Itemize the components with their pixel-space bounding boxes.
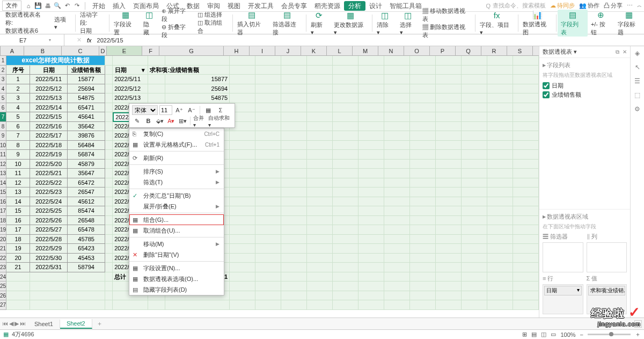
cell-I27[interactable] <box>255 300 281 310</box>
cell-H1[interactable] <box>230 56 255 66</box>
ctx-del[interactable]: ✕删除"日期"(V) <box>129 249 224 260</box>
formula-input[interactable]: 2022/5/15 <box>94 37 644 44</box>
cell-L17[interactable] <box>333 206 358 216</box>
cell-L19[interactable] <box>333 225 358 235</box>
cell-B11[interactable]: 2022/5/19 <box>30 150 68 160</box>
cell-I23[interactable] <box>255 263 281 272</box>
ctx-expand[interactable]: 展开/折叠(E)▶ <box>129 201 224 212</box>
cell-R14[interactable] <box>487 178 513 188</box>
cell-C14[interactable]: 65472 <box>68 178 105 188</box>
cell-I2[interactable] <box>255 66 281 75</box>
cell-L6[interactable] <box>333 103 358 113</box>
cell-C19[interactable]: 65478 <box>68 225 105 235</box>
cell-S27[interactable] <box>513 300 539 310</box>
cell-Q2[interactable] <box>462 66 487 75</box>
cell-I3[interactable] <box>255 75 281 84</box>
cell-H9[interactable] <box>230 131 255 141</box>
cell-L8[interactable] <box>333 122 358 132</box>
add-sheet-btn[interactable]: ＋ <box>92 320 107 328</box>
cell-D1[interactable] <box>105 56 113 66</box>
cell-C15[interactable]: 26547 <box>68 187 105 197</box>
merge-btn[interactable]: 合并 ▾ <box>193 116 207 126</box>
cell-A27[interactable] <box>6 300 30 310</box>
cell-M10[interactable] <box>358 141 384 150</box>
cell-O5[interactable] <box>410 93 436 103</box>
cell-P17[interactable] <box>436 206 462 216</box>
cell-B9[interactable]: 2022/5/17 <box>30 131 68 141</box>
cell-I10[interactable] <box>255 141 281 150</box>
cell-K4[interactable] <box>307 84 333 94</box>
cell-J4[interactable] <box>281 84 307 94</box>
cell-M3[interactable] <box>358 75 384 84</box>
cell-L22[interactable] <box>333 254 358 263</box>
hscroll-track[interactable] <box>634 320 642 328</box>
cell-J19[interactable] <box>281 225 307 235</box>
cell-B7[interactable]: 2022/5/15 <box>30 112 68 122</box>
cell-I11[interactable] <box>255 150 281 160</box>
cell-O13[interactable] <box>410 169 436 178</box>
cell-N20[interactable] <box>384 235 410 244</box>
cell-B24[interactable] <box>30 272 68 282</box>
cell-M16[interactable] <box>358 197 384 207</box>
cell-J24[interactable] <box>281 272 307 282</box>
sync-status[interactable]: ☁ 待同步 <box>550 2 575 10</box>
sheet-prev-icon[interactable]: ◀ <box>9 320 13 327</box>
cell-I9[interactable] <box>255 131 281 141</box>
cell-I26[interactable] <box>255 291 281 301</box>
cell-B17[interactable]: 2022/5/25 <box>30 206 68 216</box>
cell-F1[interactable] <box>148 56 165 66</box>
cell-N8[interactable] <box>384 122 410 132</box>
cell-P3[interactable] <box>436 75 462 84</box>
cell-Q19[interactable] <box>462 225 487 235</box>
clear-btn[interactable]: ◫清除 ▾ <box>374 10 397 36</box>
preview-icon[interactable]: 🔍 <box>53 2 62 10</box>
vals-item-sales[interactable]: 求和项:业绩销...▾ <box>588 286 626 295</box>
cell-P16[interactable] <box>436 197 462 207</box>
cell-L5[interactable] <box>333 93 358 103</box>
field-settings-btn[interactable]: ▦字段设置 <box>111 10 140 37</box>
cell-I16[interactable] <box>255 197 281 207</box>
row-header-23[interactable]: 23 <box>0 263 6 272</box>
cell-M4[interactable] <box>358 84 384 94</box>
cell-P15[interactable] <box>436 187 462 197</box>
cell-K7[interactable] <box>307 112 333 122</box>
tool-select-icon[interactable]: ⬚ <box>634 91 640 99</box>
cell-O10[interactable] <box>410 141 436 150</box>
rows-item-date[interactable]: 日期▾ <box>544 286 582 295</box>
cell-I19[interactable] <box>255 225 281 235</box>
cell-D25[interactable] <box>105 282 113 291</box>
cell-N15[interactable] <box>384 187 410 197</box>
cell-A8[interactable]: 6 <box>6 122 30 132</box>
cells[interactable]: excel怎样按周统计数据序号日期业绩销售额日期 ▾求和项:业绩销售额12022… <box>6 56 539 310</box>
cell-H15[interactable] <box>230 187 255 197</box>
cell-M1[interactable] <box>358 56 384 66</box>
cell-H2[interactable] <box>230 66 255 75</box>
chevron-up-icon[interactable]: ︿ <box>637 2 642 9</box>
cell-C3[interactable]: 15877 <box>68 75 105 84</box>
cell-O9[interactable] <box>410 131 436 141</box>
cell-R15[interactable] <box>487 187 513 197</box>
row-header-6[interactable]: 6 <box>0 103 6 113</box>
cell-E2[interactable]: 日期 ▾ <box>113 66 148 75</box>
cell-A12[interactable]: 10 <box>6 160 30 169</box>
cell-A23[interactable]: 21 <box>6 263 30 272</box>
row-header-2[interactable]: 2 <box>0 66 6 75</box>
cell-K17[interactable] <box>307 206 333 216</box>
cell-O27[interactable] <box>410 300 436 310</box>
cell-L26[interactable] <box>333 291 358 301</box>
cell-P10[interactable] <box>436 141 462 150</box>
cell-K5[interactable] <box>307 93 333 103</box>
cell-Q15[interactable] <box>462 187 487 197</box>
cell-S13[interactable] <box>513 169 539 178</box>
cell-I12[interactable] <box>255 160 281 169</box>
sheet-tab-1[interactable]: Sheet1 <box>28 320 60 328</box>
cell-H13[interactable] <box>230 169 255 178</box>
cell-L16[interactable] <box>333 197 358 207</box>
cell-S14[interactable] <box>513 178 539 188</box>
row-header-10[interactable]: 10 <box>0 141 6 150</box>
sheet-next-icon[interactable]: ▶ <box>14 320 19 327</box>
cell-B8[interactable]: 2022/5/16 <box>30 122 68 132</box>
cell-A24[interactable] <box>6 272 30 282</box>
cell-M24[interactable] <box>358 272 384 282</box>
options-group[interactable]: 选项 ▾ <box>51 13 74 33</box>
